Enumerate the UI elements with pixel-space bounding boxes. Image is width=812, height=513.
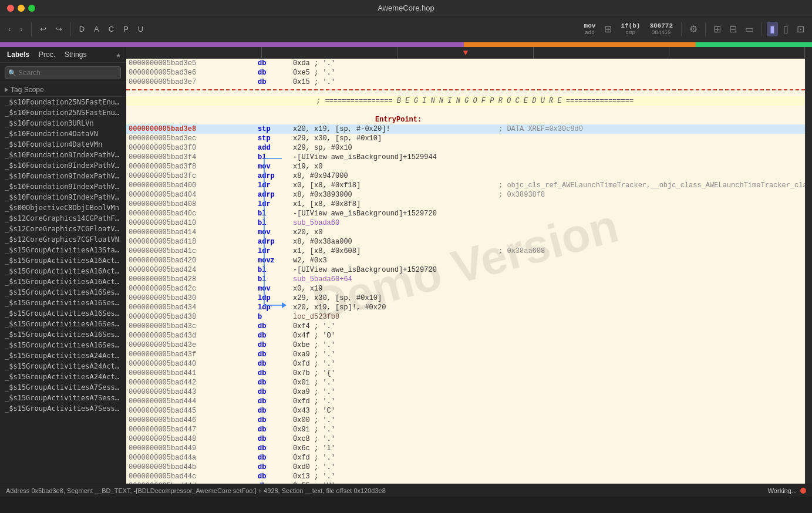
- layout-btn-3[interactable]: ▭: [742, 22, 757, 36]
- A-button[interactable]: A: [90, 22, 103, 36]
- sidebar-item[interactable]: _$s15GroupActivitiesA13StateO...: [0, 245, 126, 255]
- code-line[interactable]: 0000000005bad3ecstpx29, x30, [sp, #0x10]: [126, 134, 805, 143]
- code-line[interactable]: 0000000005bad3e5db0xda ; '.': [126, 59, 805, 68]
- code-line[interactable]: 0000000005bad404adrpx8, #0x3893000; 0x38…: [126, 190, 805, 200]
- code-line[interactable]: 0000000005bad3fcadrpx8, #0x947000: [126, 171, 805, 181]
- code-line[interactable]: 0000000005bad434ldpx20, x19, [sp]!, #0x2…: [126, 303, 805, 312]
- code-line[interactable]: 0000000005bad3f4bl-[UIView awe_isBackgro…: [126, 153, 805, 162]
- code-line[interactable]: 0000000005bad3e8stpx20, x19, [sp, #-0x20…: [126, 124, 805, 134]
- code-line[interactable]: 0000000005bad420movzw2, #0x3: [126, 256, 805, 265]
- code-line[interactable]: [126, 87, 805, 96]
- D-button[interactable]: D: [76, 22, 88, 36]
- C-button[interactable]: C: [105, 22, 117, 36]
- sidebar-item[interactable]: _$s00ObjectiveC8ObjCBoolVMn: [0, 203, 126, 213]
- instr-view-btn-1[interactable]: ⊞: [601, 22, 615, 36]
- code-line[interactable]: 0000000005bad447db0x91 ; '.': [126, 425, 805, 434]
- code-line[interactable]: 0000000005bad44cdb0x13 ; '.': [126, 472, 805, 481]
- code-line[interactable]: 0000000005bad443db0xa9 ; '.': [126, 387, 805, 397]
- sidebar-item[interactable]: _$s10Foundation25NSFastEnume...: [0, 97, 126, 107]
- code-line[interactable]: 0000000005bad3f0addx29, sp, #0x10: [126, 143, 805, 153]
- sidebar-item[interactable]: _$s12CoreGraphics7CGFloatVMn: [0, 224, 126, 234]
- sidebar-item[interactable]: _$s15GroupActivitiesA16Session...: [0, 340, 126, 350]
- tab-proc[interactable]: Proc.: [36, 49, 58, 60]
- code-line[interactable]: 0000000005bad430ldpx29, x30, [sp, #0x10]: [126, 293, 805, 303]
- layout-btn-5[interactable]: ⊡: [794, 22, 807, 36]
- sidebar-item[interactable]: _$s15GroupActivitiesA7Session...: [0, 393, 126, 403]
- code-line[interactable]: 0000000005bad428blsub_5bada60+64: [126, 275, 805, 284]
- code-line[interactable]: 0000000005bad43edb0xbe ; '.': [126, 340, 805, 350]
- settings-icon[interactable]: ⚙: [686, 22, 700, 36]
- sidebar-item[interactable]: _$s10Foundation9IndexPathVSe...: [0, 192, 126, 203]
- sidebar-item[interactable]: _$s15GroupActivitiesA16Activity...: [0, 255, 126, 266]
- code-line[interactable]: 0000000005bad446db0x00 ; '.': [126, 416, 805, 425]
- sidebar-item[interactable]: _$s12CoreGraphics14CGPathFillR...: [0, 213, 126, 224]
- maximize-button[interactable]: [28, 5, 35, 12]
- sidebar-item[interactable]: _$s10Foundation9IndexPathVSE...: [0, 171, 126, 181]
- sidebar-item[interactable]: _$s15GroupActivitiesA16Session...: [0, 319, 126, 329]
- U-button[interactable]: U: [134, 22, 147, 36]
- sidebar-item[interactable]: _$s10Foundation4DataVN: [0, 129, 126, 139]
- sidebar-item[interactable]: _$s15GroupActivitiesA16Session...: [0, 308, 126, 319]
- sidebar-item[interactable]: _$s15GroupActivitiesA24Activity...: [0, 372, 126, 382]
- code-line[interactable]: 0000000005bad414movx20, x0: [126, 228, 805, 237]
- sidebar-item[interactable]: _$s15GroupActivitiesA24Activity...: [0, 350, 126, 361]
- sidebar-item[interactable]: _$s10Foundation9IndexPathVMa: [0, 150, 126, 160]
- minimize-button[interactable]: [18, 5, 25, 12]
- sidebar-item[interactable]: _$s15GroupActivitiesA16Session...: [0, 298, 126, 308]
- code-line[interactable]: EntryPoint:: [126, 115, 805, 124]
- tab-strings[interactable]: Strings: [62, 49, 89, 60]
- sidebar-item[interactable]: _$s12CoreGraphics7CGFloatVN: [0, 234, 126, 245]
- sidebar-item[interactable]: _$s15GroupActivitiesA16Session...: [0, 329, 126, 340]
- tab-labels[interactable]: Labels: [5, 49, 32, 60]
- code-line[interactable]: 0000000005bad41cldrx1, [x8, #0x608]; 0x3…: [126, 247, 805, 256]
- code-line[interactable]: 0000000005bad400ldrx0, [x8, #0xf18]; obj…: [126, 181, 805, 190]
- sidebar-item[interactable]: _$s10Foundation3URLVn: [0, 118, 126, 129]
- star-icon[interactable]: ★: [116, 50, 121, 60]
- sidebar-item[interactable]: _$s15GroupActivitiesA7Session...: [0, 382, 126, 393]
- undo-button[interactable]: ↩: [36, 22, 50, 36]
- sidebar-item[interactable]: _$s15GroupActivitiesA24Activity...: [0, 361, 126, 372]
- sidebar-item[interactable]: _$s10Foundation4DateVMn: [0, 139, 126, 150]
- code-line[interactable]: 0000000005bad43ddb0x4f ; 'O': [126, 331, 805, 340]
- code-content[interactable]: 0000000005bad3e5db0xda ; '.'0000000005ba…: [126, 59, 805, 484]
- sidebar-item[interactable]: _$s15GroupActivitiesA16Activity...: [0, 276, 126, 287]
- sidebar-item[interactable]: _$s10Foundation25NSFastEnume...: [0, 107, 126, 118]
- sidebar-item[interactable]: _$s15GroupActivitiesA16Session...: [0, 287, 126, 298]
- code-line[interactable]: ; ================ B E G I N N I N G O F…: [126, 96, 805, 106]
- tag-scope[interactable]: Tag Scope: [0, 83, 126, 97]
- code-line[interactable]: 0000000005bad410blsub_5bada60: [126, 218, 805, 228]
- code-line[interactable]: 0000000005bad444db0xfd ; '.': [126, 397, 805, 406]
- layout-btn-2[interactable]: ⊟: [726, 22, 740, 36]
- code-line[interactable]: 0000000005bad445db0x43 ; 'C': [126, 406, 805, 416]
- code-line[interactable]: 0000000005bad3e7db0x15 ; '.': [126, 77, 805, 87]
- code-line[interactable]: 0000000005bad3f8movx19, x0: [126, 162, 805, 171]
- code-line[interactable]: 0000000005bad441db0x7b ; '{': [126, 369, 805, 378]
- code-line[interactable]: [126, 106, 805, 115]
- sidebar-item[interactable]: _$s15GroupActivitiesA16Activity...: [0, 266, 126, 276]
- redo-button[interactable]: ↪: [52, 22, 66, 36]
- code-line[interactable]: 0000000005bad424bl-[UIView awe_isBackgro…: [126, 265, 805, 275]
- code-line[interactable]: 0000000005bad438bloc_d523fb8: [126, 312, 805, 322]
- code-line[interactable]: 0000000005bad449db0x6c ; 'l': [126, 444, 805, 453]
- code-line[interactable]: 0000000005bad42cmovx0, x19: [126, 284, 805, 293]
- code-line[interactable]: 0000000005bad440db0xfd ; '.': [126, 359, 805, 369]
- code-line[interactable]: 0000000005bad418adrpx8, #0x38aa000: [126, 237, 805, 247]
- code-line[interactable]: 0000000005bad408ldrx1, [x8, #0x8f8]: [126, 200, 805, 209]
- layout-btn-1[interactable]: ⊞: [710, 22, 724, 36]
- code-line[interactable]: 0000000005bad44ddb0x55 ; 'U': [126, 481, 805, 484]
- code-line[interactable]: 0000000005bad44bdb0xd0 ; '.': [126, 463, 805, 472]
- P-button[interactable]: P: [120, 22, 132, 36]
- code-line[interactable]: 0000000005bad40cbl-[UIView awe_isBackgro…: [126, 209, 805, 218]
- close-button[interactable]: [7, 5, 14, 12]
- code-line[interactable]: 0000000005bad43cdb0xf4 ; '.': [126, 322, 805, 331]
- sidebar-item[interactable]: _$s10Foundation9IndexPathVSQ...: [0, 181, 126, 192]
- code-line[interactable]: 0000000005bad442db0x01 ; '.': [126, 378, 805, 387]
- sidebar-item[interactable]: _$s10Foundation9IndexPathVMn: [0, 160, 126, 171]
- back-button[interactable]: ‹: [5, 22, 14, 36]
- code-line[interactable]: 0000000005bad44adb0xfd ; '.': [126, 453, 805, 463]
- sidebar-item[interactable]: _$s15GroupActivitiesA7Session...: [0, 403, 126, 414]
- code-line[interactable]: 0000000005bad3e6db0xe5 ; '.': [126, 68, 805, 77]
- code-line[interactable]: 0000000005bad43fdb0xa9 ; '.': [126, 350, 805, 359]
- forward-button[interactable]: ›: [16, 22, 26, 36]
- code-line[interactable]: 0000000005bad448db0xc8 ; '.': [126, 434, 805, 444]
